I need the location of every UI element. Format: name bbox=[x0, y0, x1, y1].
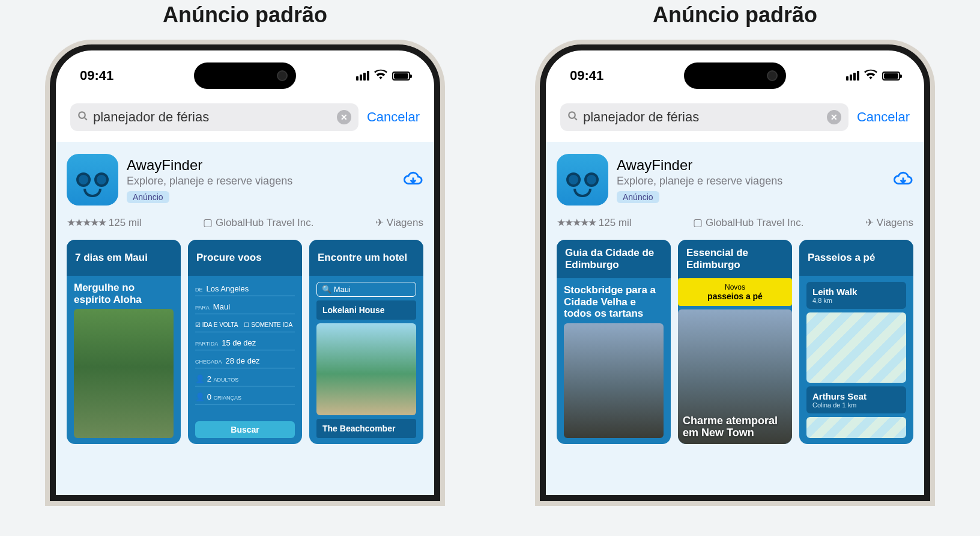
ad-badge: Anúncio bbox=[617, 191, 659, 203]
map-image bbox=[806, 417, 906, 438]
app-result[interactable]: AwayFinder Explore, planeje e reserve vi… bbox=[67, 154, 423, 206]
svg-line-3 bbox=[574, 117, 577, 120]
card-title: Procure voos bbox=[188, 240, 302, 276]
app-subtitle: Explore, planeje e reserve viagens bbox=[617, 175, 885, 187]
status-time: 09:41 bbox=[570, 68, 603, 84]
search-icon bbox=[567, 111, 578, 124]
svg-point-2 bbox=[569, 112, 575, 118]
app-icon bbox=[67, 154, 118, 206]
app-icon bbox=[557, 154, 608, 206]
card-title: Encontre um hotel bbox=[309, 240, 423, 276]
category: ✈ Viagens bbox=[375, 216, 423, 229]
card-title: Guia da Cidade de Edimburgo bbox=[557, 240, 671, 278]
search-input[interactable]: planejador de férias ✕ bbox=[560, 103, 848, 131]
app-meta: ★★★★★ 125 mil ▢ GlobalHub Travel Inc. ✈ … bbox=[67, 216, 423, 229]
app-name: AwayFinder bbox=[127, 157, 395, 174]
screenshot-card-1[interactable]: Guia da Cidade de Edimburgo Stockbridge … bbox=[557, 240, 671, 444]
wifi-icon bbox=[864, 68, 877, 84]
svg-point-0 bbox=[79, 112, 85, 118]
screenshot-card-3[interactable]: Passeios a pé Leith Walk 4,8 km Arthurs … bbox=[799, 240, 913, 444]
card-title: 7 dias em Maui bbox=[67, 240, 181, 276]
dynamic-island bbox=[684, 62, 786, 89]
search-text: planejador de férias bbox=[93, 109, 209, 125]
cellular-icon bbox=[846, 71, 859, 81]
app-name: AwayFinder bbox=[617, 157, 885, 174]
card-subtitle: Stockbridge para a Cidade Velha e todos … bbox=[564, 284, 664, 320]
wifi-icon bbox=[374, 68, 387, 84]
download-icon[interactable] bbox=[893, 168, 913, 191]
dynamic-island bbox=[194, 62, 296, 89]
card-image bbox=[564, 323, 664, 438]
hotel-image bbox=[316, 323, 416, 415]
card-image: Charme atemporal em New Town bbox=[678, 309, 792, 444]
clear-icon[interactable]: ✕ bbox=[337, 110, 351, 124]
card-title: Essencial de Edimburgo bbox=[678, 240, 792, 278]
map-image bbox=[806, 312, 906, 383]
developer: ▢ GlobalHub Travel Inc. bbox=[693, 216, 803, 229]
category: ✈ Viagens bbox=[865, 216, 913, 229]
app-result[interactable]: AwayFinder Explore, planeje e reserve vi… bbox=[557, 154, 913, 206]
search-flights-button[interactable]: Buscar bbox=[195, 421, 295, 438]
phone-mockup-right: 09:41 planejador de férias ✕ Cancelar bbox=[540, 44, 930, 501]
stars-icon: ★★★★★ bbox=[557, 217, 596, 228]
screenshot-card-1[interactable]: 7 dias em Maui Mergulhe no espírito Aloh… bbox=[67, 240, 181, 444]
search-icon bbox=[77, 111, 88, 124]
download-icon[interactable] bbox=[403, 168, 423, 191]
cellular-icon bbox=[356, 71, 369, 81]
walk-item: Leith Walk 4,8 km bbox=[806, 282, 906, 309]
battery-icon bbox=[882, 72, 900, 81]
heading-left: Anúncio padrão bbox=[163, 2, 327, 28]
ad-badge: Anúncio bbox=[127, 191, 169, 203]
cancel-button[interactable]: Cancelar bbox=[367, 109, 420, 125]
hotel-item: The Beachcomber bbox=[316, 419, 416, 438]
screenshot-card-2[interactable]: Essencial de Edimburgo Novos passeios a … bbox=[678, 240, 792, 444]
app-subtitle: Explore, planeje e reserve viagens bbox=[127, 175, 395, 187]
card-subtitle: Mergulhe no espírito Aloha bbox=[74, 282, 174, 305]
stars-icon: ★★★★★ bbox=[67, 217, 106, 228]
card-title: Passeios a pé bbox=[799, 240, 913, 276]
cancel-button[interactable]: Cancelar bbox=[857, 109, 910, 125]
clear-icon[interactable]: ✕ bbox=[827, 110, 841, 124]
svg-line-1 bbox=[84, 117, 87, 120]
card-image bbox=[74, 309, 174, 438]
status-time: 09:41 bbox=[80, 68, 113, 84]
banner: Novos passeios a pé bbox=[678, 278, 792, 306]
phone-mockup-left: 09:41 planejador de férias ✕ Cancelar bbox=[50, 44, 440, 501]
search-text: planejador de férias bbox=[583, 109, 699, 125]
hotel-search: 🔍 Maui bbox=[316, 282, 416, 297]
screenshot-card-3[interactable]: Encontre um hotel 🔍 Maui Lokelani House … bbox=[309, 240, 423, 444]
app-meta: ★★★★★ 125 mil ▢ GlobalHub Travel Inc. ✈ … bbox=[557, 216, 913, 229]
heading-right: Anúncio padrão bbox=[653, 2, 817, 28]
walk-item: Arthurs Seat Colina de 1 km bbox=[806, 386, 906, 413]
battery-icon bbox=[392, 72, 410, 81]
search-input[interactable]: planejador de férias ✕ bbox=[70, 103, 358, 131]
developer: ▢ GlobalHub Travel Inc. bbox=[203, 216, 313, 229]
screenshot-card-2[interactable]: Procure voos deLos Angeles paraMaui ☑ ID… bbox=[188, 240, 302, 444]
hotel-item: Lokelani House bbox=[316, 300, 416, 320]
